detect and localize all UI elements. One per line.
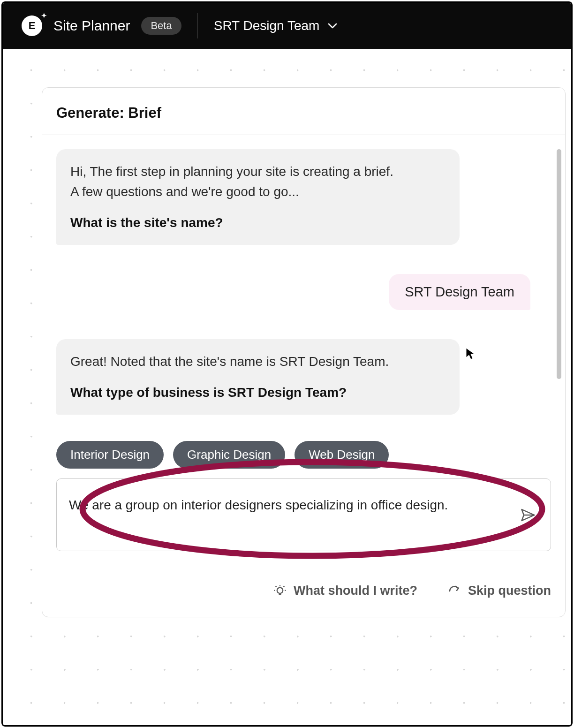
suggestion-chips: Interior Design Graphic Design Web Desig… — [56, 441, 389, 469]
suggest-link[interactable]: What should I write? — [273, 584, 417, 598]
send-button[interactable] — [518, 505, 538, 525]
bot-message: Great! Noted that the site's name is SRT… — [56, 339, 460, 415]
skip-link[interactable]: Skip question — [447, 584, 551, 598]
skip-arrow-icon — [447, 584, 461, 598]
beta-badge: Beta — [141, 17, 181, 35]
app-logo[interactable]: E ✦ — [22, 15, 42, 36]
panel-title: Generate: Brief — [42, 88, 565, 135]
scrollbar[interactable] — [557, 149, 561, 610]
skip-label: Skip question — [468, 584, 551, 598]
mouse-cursor-icon — [465, 347, 476, 363]
svg-line-5 — [276, 586, 277, 587]
app-title: Site Planner — [53, 18, 130, 34]
bot-message: Hi, The first step in planning your site… — [56, 149, 460, 245]
chevron-down-icon — [327, 20, 338, 31]
bot-question: What type of business is SRT Design Team… — [70, 382, 446, 402]
app-frame: E ✦ Site Planner Beta SRT Design Team Ge… — [1, 1, 573, 727]
scrollbar-thumb[interactable] — [557, 149, 561, 379]
chip-web-design[interactable]: Web Design — [295, 441, 389, 469]
divider — [197, 13, 198, 38]
input-container — [56, 478, 551, 551]
send-icon — [520, 507, 536, 523]
user-message: SRT Design Team — [389, 274, 530, 310]
svg-point-1 — [277, 587, 283, 593]
message-input[interactable] — [69, 495, 518, 535]
chip-interior-design[interactable]: Interior Design — [56, 441, 164, 469]
suggest-label: What should I write? — [294, 584, 417, 598]
svg-line-6 — [283, 586, 284, 587]
user-message-row: SRT Design Team — [56, 274, 530, 310]
brief-panel: Generate: Brief Hi, The first step in pl… — [42, 87, 566, 617]
team-dropdown[interactable]: SRT Design Team — [214, 18, 339, 33]
bot-question: What is the site's name? — [70, 212, 446, 233]
bot-text-line: Hi, The first step in planning your site… — [70, 161, 446, 182]
team-name: SRT Design Team — [214, 18, 320, 33]
top-bar: E ✦ Site Planner Beta SRT Design Team — [3, 3, 571, 49]
bot-text-line: A few questions and we're good to go... — [70, 182, 446, 202]
chip-graphic-design[interactable]: Graphic Design — [173, 441, 285, 469]
sparkle-icon: ✦ — [41, 12, 47, 19]
footer-actions: What should I write? Skip question — [56, 584, 551, 598]
lightbulb-icon — [273, 584, 287, 598]
chat-area: Hi, The first step in planning your site… — [42, 135, 565, 617]
bot-text-line: Great! Noted that the site's name is SRT… — [70, 351, 446, 372]
canvas-area: Generate: Brief Hi, The first step in pl… — [3, 49, 571, 725]
